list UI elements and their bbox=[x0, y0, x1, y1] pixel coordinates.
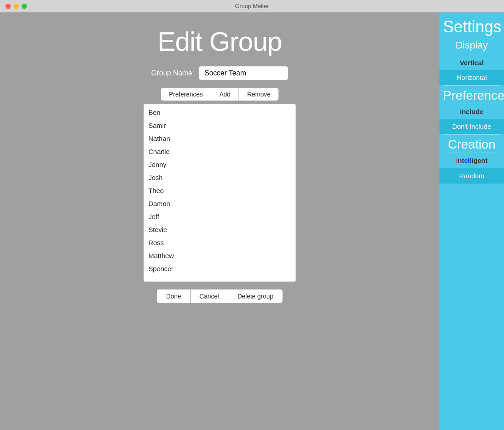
vertical-label: Vertical bbox=[460, 59, 483, 66]
list-item[interactable]: Damon bbox=[144, 197, 295, 210]
right-sidebar: Settings Display Vertical Horizontal Pre… bbox=[439, 13, 504, 430]
sidebar-preferences-title: Preferences bbox=[439, 86, 504, 104]
list-item[interactable]: Theo bbox=[144, 184, 295, 197]
sidebar-item-include[interactable]: Include bbox=[439, 104, 504, 119]
intelligent-label: Intelligent bbox=[456, 157, 488, 164]
window-controls[interactable] bbox=[5, 4, 27, 9]
list-item[interactable]: Jeff bbox=[144, 210, 295, 223]
center-content: Edit Group Group Name: Preferences Add R… bbox=[0, 13, 439, 430]
sidebar-settings-title: Settings bbox=[439, 13, 504, 38]
done-button[interactable]: Done bbox=[156, 289, 190, 303]
list-item[interactable]: Nathan bbox=[144, 132, 295, 145]
list-item[interactable]: Charlie bbox=[144, 145, 295, 158]
bottom-buttons: Done Cancel Delete group bbox=[156, 289, 282, 303]
titlebar: Group Maker bbox=[0, 0, 504, 13]
window-title: Group Maker bbox=[235, 3, 269, 9]
group-name-row: Group Name: bbox=[151, 66, 288, 80]
preferences-button[interactable]: Preferences bbox=[161, 88, 211, 101]
group-name-input[interactable] bbox=[199, 66, 288, 80]
action-buttons: Preferences Add Remove bbox=[161, 88, 279, 101]
sidebar-item-intelligent[interactable]: Intelligent bbox=[439, 153, 504, 168]
sidebar-item-random[interactable]: Random bbox=[439, 168, 504, 184]
list-item[interactable]: Spencer bbox=[144, 262, 295, 275]
list-item[interactable]: Ben bbox=[144, 106, 295, 119]
list-item[interactable]: Jonny bbox=[144, 158, 295, 171]
sidebar-creation-title: Creation bbox=[439, 135, 504, 153]
horizontal-label: Horizontal bbox=[456, 74, 487, 81]
maximize-button[interactable] bbox=[22, 4, 27, 9]
members-list-container: BenSamirNathanCharlieJonnyJoshTheoDamonJ… bbox=[143, 104, 296, 282]
cancel-button[interactable]: Cancel bbox=[191, 289, 229, 303]
random-label: Random bbox=[459, 172, 485, 180]
delete-group-button[interactable]: Delete group bbox=[228, 289, 282, 303]
list-item[interactable]: Josh bbox=[144, 171, 295, 184]
list-item[interactable]: Ross bbox=[144, 236, 295, 249]
include-label: Include bbox=[460, 108, 484, 115]
dont-include-label: Don't Include bbox=[452, 123, 491, 130]
list-item[interactable]: Stevie bbox=[144, 223, 295, 236]
remove-button[interactable]: Remove bbox=[239, 88, 279, 101]
close-button[interactable] bbox=[5, 4, 11, 9]
add-button[interactable]: Add bbox=[211, 88, 239, 101]
members-list-scroll[interactable]: BenSamirNathanCharlieJonnyJoshTheoDamonJ… bbox=[144, 104, 295, 281]
sidebar-item-vertical[interactable]: Vertical bbox=[439, 55, 504, 70]
page-title: Edit Group bbox=[158, 26, 282, 57]
sidebar-item-horizontal[interactable]: Horizontal bbox=[439, 70, 504, 85]
list-item[interactable]: Samir bbox=[144, 119, 295, 132]
sidebar-item-dont-include[interactable]: Don't Include bbox=[439, 119, 504, 134]
sidebar-display-label: Display bbox=[439, 38, 504, 55]
main-layout: Edit Group Group Name: Preferences Add R… bbox=[0, 13, 504, 430]
minimize-button[interactable] bbox=[13, 4, 19, 9]
group-name-label: Group Name: bbox=[151, 69, 194, 77]
list-item[interactable]: Matthew bbox=[144, 249, 295, 262]
